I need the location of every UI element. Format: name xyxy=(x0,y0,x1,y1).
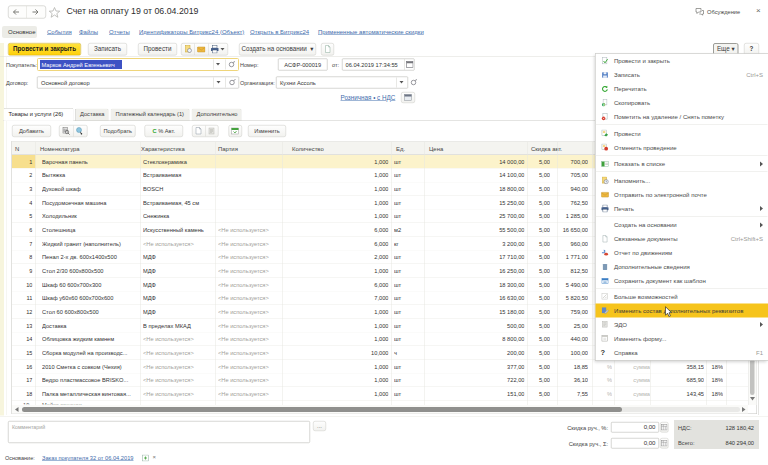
svg-text:b: b xyxy=(603,103,605,107)
